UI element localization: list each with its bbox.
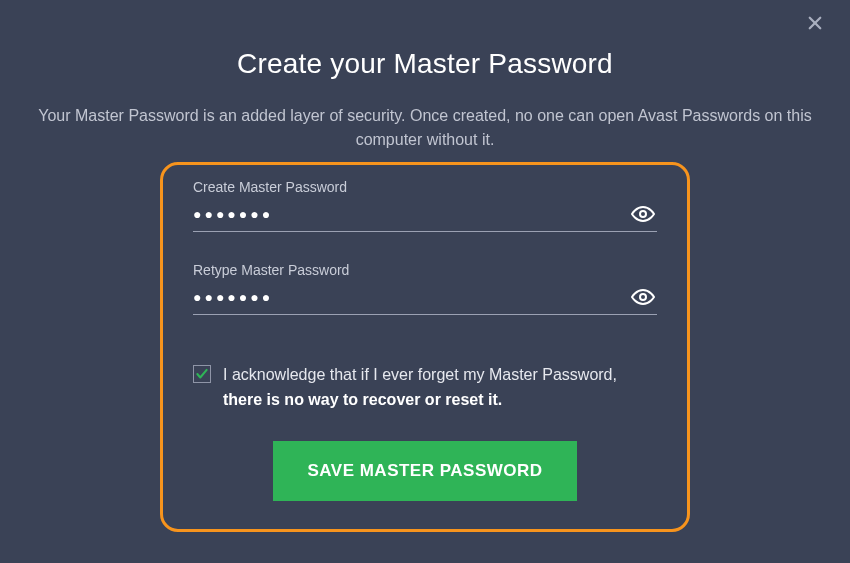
eye-icon[interactable]	[629, 203, 657, 225]
create-password-row	[193, 203, 657, 232]
close-icon[interactable]	[806, 14, 830, 38]
dialog-title: Create your Master Password	[0, 48, 850, 80]
eye-icon[interactable]	[629, 286, 657, 308]
password-form: Create Master Password Retype Master Pas…	[160, 162, 690, 532]
create-password-group: Create Master Password	[193, 179, 657, 232]
create-password-label: Create Master Password	[193, 179, 657, 195]
acknowledge-text: I acknowledge that if I ever forget my M…	[223, 363, 657, 413]
retype-password-label: Retype Master Password	[193, 262, 657, 278]
dialog-header: Create your Master Password Your Master …	[0, 0, 850, 152]
acknowledge-text-prefix: I acknowledge that if I ever forget my M…	[223, 366, 617, 383]
save-master-password-button[interactable]: SAVE MASTER PASSWORD	[273, 441, 576, 501]
create-password-input[interactable]	[193, 206, 629, 222]
retype-password-group: Retype Master Password	[193, 262, 657, 315]
retype-password-input[interactable]	[193, 289, 629, 305]
acknowledge-text-bold: there is no way to recover or reset it.	[223, 391, 502, 408]
svg-point-3	[640, 294, 646, 300]
dialog-subtitle: Your Master Password is an added layer o…	[0, 104, 850, 152]
retype-password-row	[193, 286, 657, 315]
acknowledge-checkbox[interactable]	[193, 365, 211, 383]
acknowledge-row: I acknowledge that if I ever forget my M…	[193, 363, 657, 413]
svg-point-2	[640, 211, 646, 217]
